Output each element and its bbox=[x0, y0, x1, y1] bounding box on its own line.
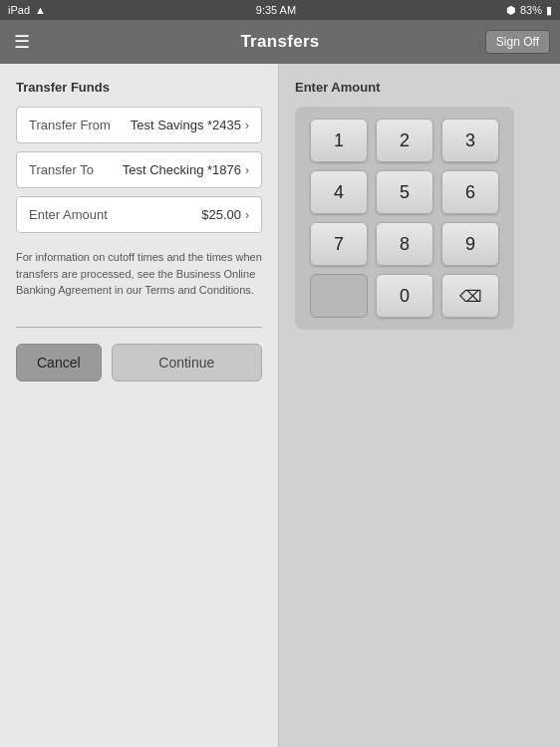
numpad-row-0: 123 bbox=[307, 119, 502, 162]
menu-button[interactable]: ☰ bbox=[10, 29, 34, 55]
left-panel: Transfer Funds Transfer From Test Saving… bbox=[0, 64, 279, 747]
amount-value: $25.00 bbox=[201, 207, 241, 222]
right-panel: Enter Amount 1234567890⌫ bbox=[279, 64, 560, 747]
numpad-key-8[interactable]: 8 bbox=[376, 222, 433, 266]
numpad-key-6[interactable]: 6 bbox=[441, 170, 499, 214]
bluetooth-icon: ⬢ bbox=[506, 4, 516, 17]
numpad-key-5[interactable]: 5 bbox=[376, 170, 433, 214]
transfer-to-label: Transfer To bbox=[29, 162, 94, 177]
transfer-to-value-container: Test Checking *1876 › bbox=[123, 162, 249, 177]
status-right: ⬢ 83% ▮ bbox=[506, 4, 552, 17]
divider bbox=[16, 327, 262, 328]
transfer-from-value-container: Test Savings *2435 › bbox=[131, 118, 249, 132]
time-label: 9:35 AM bbox=[256, 4, 296, 16]
transfer-from-label: Transfer From bbox=[29, 118, 111, 132]
info-text: For information on cutoff times and the … bbox=[16, 249, 262, 299]
enter-amount-field[interactable]: Enter Amount $25.00 › bbox=[16, 196, 262, 233]
numpad-key-0[interactable]: 0 bbox=[376, 274, 433, 318]
amount-chevron: › bbox=[245, 208, 249, 222]
transfer-from-chevron: › bbox=[245, 119, 249, 132]
status-left: iPad ▲ bbox=[8, 4, 46, 16]
numpad: 1234567890⌫ bbox=[295, 107, 514, 330]
continue-button[interactable]: Continue bbox=[112, 344, 262, 381]
numpad-backspace[interactable]: ⌫ bbox=[441, 274, 499, 318]
amount-label: Enter Amount bbox=[29, 207, 108, 222]
transfer-to-field[interactable]: Transfer To Test Checking *1876 › bbox=[16, 151, 262, 188]
device-label: iPad bbox=[8, 4, 30, 16]
status-bar: iPad ▲ 9:35 AM ⬢ 83% ▮ bbox=[0, 0, 560, 20]
battery-label: 83% bbox=[520, 4, 542, 16]
numpad-key-4[interactable]: 4 bbox=[310, 170, 368, 214]
transfer-to-chevron: › bbox=[245, 163, 249, 177]
wifi-icon: ▲ bbox=[35, 4, 46, 16]
nav-left: ☰ bbox=[10, 29, 34, 55]
cancel-button[interactable]: Cancel bbox=[16, 344, 102, 381]
numpad-key-2[interactable]: 2 bbox=[376, 119, 433, 162]
transfer-funds-title: Transfer Funds bbox=[16, 80, 262, 95]
numpad-key-1[interactable]: 1 bbox=[310, 119, 368, 162]
page-title: Transfers bbox=[240, 32, 319, 52]
numpad-row-2: 789 bbox=[307, 222, 502, 266]
nav-right: Sign Off bbox=[485, 30, 550, 54]
amount-value-container: $25.00 › bbox=[201, 207, 249, 222]
action-buttons: Cancel Continue bbox=[16, 344, 262, 381]
transfer-from-value: Test Savings *2435 bbox=[131, 118, 241, 132]
enter-amount-title: Enter Amount bbox=[295, 80, 544, 95]
main-content: Transfer Funds Transfer From Test Saving… bbox=[0, 64, 560, 747]
numpad-key-7[interactable]: 7 bbox=[310, 222, 368, 266]
numpad-key-9[interactable]: 9 bbox=[441, 222, 499, 266]
numpad-row-3: 0⌫ bbox=[307, 274, 502, 318]
numpad-empty-3-0 bbox=[310, 274, 368, 318]
numpad-key-3[interactable]: 3 bbox=[441, 119, 499, 162]
nav-bar: ☰ Transfers Sign Off bbox=[0, 20, 560, 64]
transfer-to-value: Test Checking *1876 bbox=[123, 162, 241, 177]
battery-icon: ▮ bbox=[546, 4, 552, 17]
numpad-row-1: 456 bbox=[307, 170, 502, 214]
hamburger-icon: ☰ bbox=[14, 32, 30, 52]
transfer-from-field[interactable]: Transfer From Test Savings *2435 › bbox=[16, 107, 262, 143]
sign-off-button[interactable]: Sign Off bbox=[485, 30, 550, 54]
